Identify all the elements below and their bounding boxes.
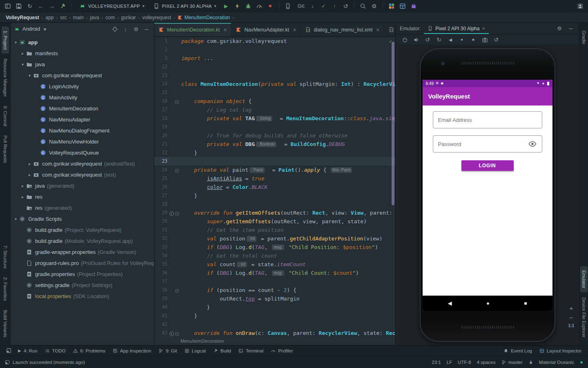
- chevron-down-icon[interactable]: ▾: [42, 26, 47, 32]
- override-icon[interactable]: ↑: [169, 332, 174, 336]
- code-line[interactable]: 31 // Get the item position: [154, 226, 395, 234]
- device-manager-icon[interactable]: [283, 1, 293, 11]
- breadcrumb-item[interactable]: MenuItemDecoration: [178, 15, 230, 20]
- code-line[interactable]: 17 // Log cat tag: [154, 105, 395, 114]
- tool-run[interactable]: ▶4: Run: [15, 346, 41, 356]
- breadcrumb-item[interactable]: src: [60, 15, 67, 20]
- breadcrumb-item[interactable]: java: [90, 15, 99, 20]
- file-encoding[interactable]: UTF-8: [458, 360, 471, 365]
- password-field[interactable]: Password: [433, 135, 542, 153]
- profile-avatar[interactable]: [575, 1, 586, 11]
- tool-logcat[interactable]: Logcat: [181, 346, 209, 356]
- tool-layout-inspector[interactable]: Layout Inspector: [536, 346, 585, 356]
- forward-icon[interactable]: →: [47, 1, 57, 11]
- code-line[interactable]: 34 // Get the total count: [154, 251, 395, 260]
- back-nav-icon[interactable]: ◀: [445, 35, 455, 44]
- phone-screen[interactable]: 6:49 ⚙ ◉ ▼ ▲ VolleyRequest: [423, 80, 552, 311]
- tree-node[interactable]: CNavMenuAdapter: [11, 114, 154, 125]
- code-line[interactable]: 30 super.getItemOffsets(outRect, view, p…: [154, 217, 395, 226]
- code-line[interactable]: 3import ...: [154, 54, 395, 63]
- code-line[interactable]: 32 val position: Int = parent.getChildAd…: [154, 234, 395, 243]
- line-separator[interactable]: LF: [447, 360, 452, 365]
- overview-nav-icon[interactable]: ■: [468, 35, 478, 44]
- tool-stripe-item[interactable]: 1: Project: [2, 27, 9, 54]
- close-icon[interactable]: ×: [376, 27, 379, 33]
- tool-stripe-item[interactable]: 7: Structure: [2, 241, 9, 273]
- editor-breadcrumb[interactable]: MenuItemDecoration: [154, 338, 395, 345]
- profile-icon[interactable]: [254, 1, 265, 11]
- tool-stripe-item[interactable]: Emulator: [580, 266, 588, 292]
- code-line[interactable]: 27 }: [154, 191, 395, 200]
- power-icon[interactable]: [400, 35, 410, 44]
- tree-node[interactable]: ▸com.gsrikar.volleyrequest(test): [11, 169, 154, 180]
- git-branch[interactable]: master: [501, 360, 523, 365]
- breadcrumb-item[interactable]: com: [105, 15, 115, 20]
- fold-icon[interactable]: −: [175, 169, 179, 173]
- code-line[interactable]: 36 if (DBG) Log.d(TAG, msg: "Child Count…: [154, 269, 395, 277]
- tree-node[interactable]: gradle.properties(Project Properties): [11, 269, 154, 280]
- tool-stripe-item[interactable]: Device File Explorer: [580, 293, 588, 341]
- tree-node[interactable]: Gsettings.gradle(Project Settings): [11, 280, 154, 291]
- code-line[interactable]: 15: [154, 88, 395, 97]
- tool-stripe-item[interactable]: Resource Manager: [2, 54, 9, 101]
- settings-icon[interactable]: ⚙: [369, 1, 379, 11]
- project-view-selector[interactable]: Android: [22, 26, 40, 32]
- screenshot-icon[interactable]: [480, 35, 490, 44]
- device-select[interactable]: PIXEL 2 API 30 ALPHA▾: [149, 1, 220, 11]
- git-update-icon[interactable]: ↓: [307, 1, 318, 11]
- breadcrumb-item[interactable]: VolleyRequest: [6, 15, 39, 20]
- back-icon[interactable]: ←: [36, 1, 46, 11]
- code-line[interactable]: 18 private val TAG: String = MenuItemDec…: [154, 114, 395, 123]
- tree-node[interactable]: ▸java(generated): [11, 180, 154, 191]
- code-line[interactable]: 37: [154, 277, 395, 286]
- run-button[interactable]: ▶: [221, 1, 232, 11]
- code-line[interactable]: 38− if (position == count - 2) {: [154, 286, 395, 294]
- tool-stripe-item[interactable]: Pull Requests: [2, 131, 9, 167]
- indent-setting[interactable]: 4 spaces: [477, 360, 496, 365]
- fold-icon[interactable]: −: [175, 212, 179, 215]
- editor-tab[interactable]: </>dialog_nav_menu_list.xml×: [301, 23, 384, 36]
- tool-stripe-item[interactable]: 0: Commit: [2, 102, 9, 130]
- code-line[interactable]: 14class MenuItemDecoration(private val s…: [154, 80, 395, 88]
- stop-icon[interactable]: ■: [265, 1, 276, 11]
- tool-app-inspection[interactable]: App Inspection: [109, 346, 154, 356]
- run-config-select[interactable]: VOLLEYREQUEST.APP▾: [75, 1, 149, 11]
- tree-node[interactable]: ▾app: [11, 37, 154, 48]
- breadcrumb-item[interactable]: main: [73, 15, 84, 20]
- nav-home-icon[interactable]: ●: [486, 300, 490, 306]
- rotate-left-icon[interactable]: ↺: [423, 35, 432, 44]
- expand-collapse-icon[interactable]: ↕: [121, 26, 129, 32]
- tree-node[interactable]: CLoginActivity: [11, 81, 154, 92]
- email-field[interactable]: Email Address: [433, 111, 542, 128]
- editor-scrollbar[interactable]: [392, 42, 394, 205]
- tree-node[interactable]: ▸com.gsrikar.volleyrequest(androidTest): [11, 158, 154, 169]
- editor-tab[interactable]: </>nav_men: [384, 23, 395, 36]
- debug-icon[interactable]: [243, 1, 254, 11]
- git-commit-icon[interactable]: ✓: [318, 1, 329, 11]
- tool-terminal[interactable]: Terminal: [235, 346, 267, 356]
- login-button[interactable]: LOGIN: [461, 160, 514, 171]
- fold-icon[interactable]: −: [175, 289, 179, 293]
- code-line[interactable]: 12: [154, 63, 395, 71]
- rotate-right-icon[interactable]: ↻: [434, 35, 444, 44]
- tree-node[interactable]: ▸res: [11, 191, 154, 202]
- zoom-in-button[interactable]: +: [569, 305, 573, 311]
- tree-node[interactable]: proguard-rules.pro(ProGuard Rules for Vo…: [11, 258, 154, 269]
- code-line[interactable]: 23: [154, 157, 395, 166]
- hide-panel-icon[interactable]: ─: [143, 26, 151, 32]
- tree-node[interactable]: Gbuild.gradle(Module: VolleyRequest.app): [11, 236, 154, 247]
- close-icon[interactable]: ×: [223, 27, 227, 33]
- tree-node[interactable]: CVolleyRequestQueue: [11, 147, 154, 158]
- code-line[interactable]: 25 isAntiAlias = true: [154, 174, 395, 183]
- code-line[interactable]: 39 outRect.top = splitMargin: [154, 294, 395, 303]
- tree-node[interactable]: CMainActivity: [11, 92, 154, 103]
- tree-node[interactable]: res(generated): [11, 202, 154, 213]
- tree-node[interactable]: CMenuItemDecoration: [11, 103, 154, 114]
- tool-event-log[interactable]: Event Log: [500, 346, 535, 356]
- code-line[interactable]: 43↑− override fun onDraw(c: Canvas, pare…: [154, 329, 395, 337]
- locate-file-icon[interactable]: [111, 26, 119, 32]
- tree-node[interactable]: ▸manifests: [11, 48, 154, 59]
- editor-tab[interactable]: MenuItemDecoration.kt×: [154, 23, 232, 36]
- tool-todo[interactable]: TODO: [42, 346, 69, 356]
- tree-node[interactable]: ▾com.gsrikar.volleyrequest: [11, 70, 154, 81]
